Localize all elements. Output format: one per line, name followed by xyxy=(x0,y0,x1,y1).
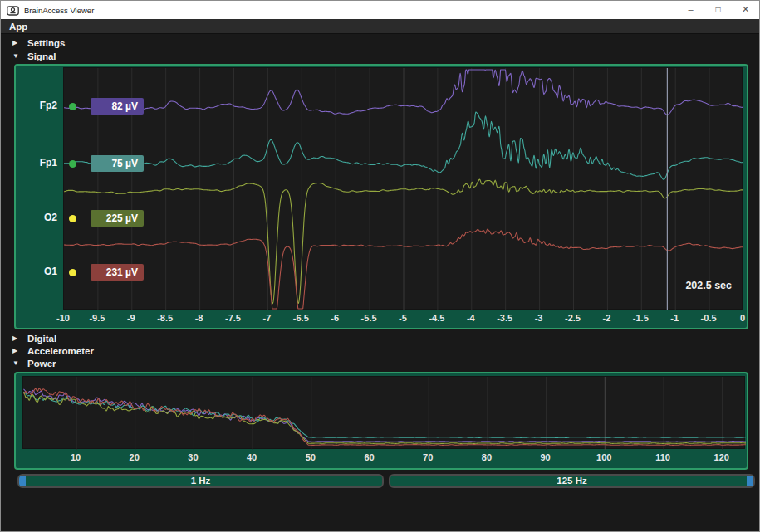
time-axis-tick: -9.5 xyxy=(89,313,105,323)
time-axis-tick: -3.5 xyxy=(497,313,512,323)
title-bar[interactable]: BrainAccess Viewer – □ ✕ xyxy=(1,1,759,19)
close-button[interactable]: ✕ xyxy=(732,1,759,19)
power-frequency-axis: 102030405060708090100110120 xyxy=(16,452,747,466)
frequency-axis-tick: 70 xyxy=(423,452,433,462)
channel-amplitude-badge: 82 µV xyxy=(91,98,144,115)
time-axis-tick: -5 xyxy=(399,313,407,323)
maximize-button[interactable]: □ xyxy=(704,1,732,19)
collapse-arrow-icon: ▶ xyxy=(12,39,22,46)
time-axis-tick: -6.5 xyxy=(293,313,309,323)
low-cutoff-slider[interactable]: 1 Hz xyxy=(17,474,384,488)
time-axis-tick: -8.5 xyxy=(157,313,173,323)
expand-arrow-icon: ▼ xyxy=(12,52,22,60)
time-axis-tick: -5.5 xyxy=(361,313,377,323)
frequency-axis-tick: 20 xyxy=(130,452,140,462)
frequency-axis-tick: 60 xyxy=(364,452,374,462)
time-axis-tick: -4 xyxy=(467,313,475,323)
menu-bar: App xyxy=(1,19,759,34)
power-trace-O1 xyxy=(23,388,746,445)
minimize-button[interactable]: – xyxy=(677,1,704,19)
time-axis-tick: -6 xyxy=(331,313,339,323)
window-title: BrainAccess Viewer xyxy=(24,6,94,15)
channel-amplitude-badge: 75 µV xyxy=(91,155,144,172)
channel-amplitude-badge: 225 µV xyxy=(91,210,144,227)
time-axis-tick: -8 xyxy=(195,313,203,323)
power-plot[interactable] xyxy=(22,376,745,449)
section-label: Power xyxy=(27,359,56,368)
app-icon xyxy=(7,5,19,16)
section-label: Accelerometer xyxy=(27,346,94,356)
frequency-axis-tick: 120 xyxy=(714,452,729,462)
channel-label-O2: O2 xyxy=(19,212,57,223)
time-axis-tick: 0 xyxy=(740,313,745,323)
channel-amplitude-badge: 231 µV xyxy=(91,264,144,281)
electrode-status-dot xyxy=(69,269,76,276)
elapsed-time-label: 202.5 sec xyxy=(685,280,732,291)
time-axis-tick: -1.5 xyxy=(633,313,649,323)
power-groupbox: 102030405060708090100110120 xyxy=(14,372,748,470)
electrode-status-dot xyxy=(69,215,76,222)
power-trace-O2 xyxy=(23,393,746,444)
time-axis-tick: -2 xyxy=(603,313,611,323)
signal-plot[interactable] xyxy=(63,67,743,310)
frequency-axis-tick: 100 xyxy=(596,452,611,462)
frequency-axis-tick: 10 xyxy=(71,452,81,462)
power-trace-Fp1 xyxy=(23,393,746,438)
app-window: BrainAccess Viewer – □ ✕ App ▶ Settings … xyxy=(0,0,760,532)
section-label: Signal xyxy=(27,51,56,61)
expand-arrow-icon: ▼ xyxy=(12,359,22,367)
time-axis-tick: -7 xyxy=(263,313,272,323)
high-cutoff-slider[interactable]: 125 Hz xyxy=(389,474,755,488)
electrode-status-dot xyxy=(69,160,76,168)
section-header-power[interactable]: ▼ Power xyxy=(12,357,56,369)
frequency-axis-tick: 50 xyxy=(306,452,316,462)
menu-item-app[interactable]: App xyxy=(1,22,36,32)
channel-label-O1: O1 xyxy=(19,266,57,277)
frequency-axis-tick: 90 xyxy=(540,452,550,462)
signal-time-axis: -10-9.5-9-8.5-8-7.5-7-6.5-6-5.5-5-4.5-4-… xyxy=(16,313,747,326)
time-axis-tick: -10 xyxy=(56,313,70,323)
section-header-signal[interactable]: ▼ Signal xyxy=(12,50,56,62)
frequency-axis-tick: 110 xyxy=(655,452,670,462)
window-controls: – □ ✕ xyxy=(677,1,759,19)
section-label: Settings xyxy=(27,38,65,48)
time-axis-tick: -1 xyxy=(670,313,679,323)
high-cutoff-value: 125 Hz xyxy=(557,476,586,486)
collapse-arrow-icon: ▶ xyxy=(12,347,22,354)
collapse-arrow-icon: ▶ xyxy=(12,334,22,342)
electrode-status-dot xyxy=(69,103,76,110)
time-axis-tick: -0.5 xyxy=(701,313,717,323)
frequency-axis-tick: 80 xyxy=(482,452,492,462)
slider-handle[interactable] xyxy=(747,476,753,486)
time-axis-tick: -3 xyxy=(535,313,543,323)
low-cutoff-value: 1 Hz xyxy=(191,476,211,486)
frequency-axis-tick: 40 xyxy=(247,452,257,462)
slider-handle[interactable] xyxy=(19,476,26,486)
time-axis-tick: -7.5 xyxy=(225,313,241,323)
power-trace-Fp2 xyxy=(23,389,746,442)
channel-label-Fp2: Fp2 xyxy=(19,100,57,111)
section-label: Digital xyxy=(27,334,56,344)
content-area: ▶ Settings ▼ Signal Fp282 µVFp175 µVO222… xyxy=(1,34,759,531)
time-axis-tick: -4.5 xyxy=(429,313,444,323)
section-header-settings[interactable]: ▶ Settings xyxy=(12,37,65,49)
section-header-accelerometer[interactable]: ▶ Accelerometer xyxy=(12,344,94,357)
time-axis-tick: -9 xyxy=(127,313,135,323)
frequency-axis-tick: 30 xyxy=(188,452,198,462)
time-axis-tick: -2.5 xyxy=(565,313,581,323)
channel-label-Fp1: Fp1 xyxy=(19,157,57,168)
section-header-digital[interactable]: ▶ Digital xyxy=(12,332,56,344)
signal-groupbox: Fp282 µVFp175 µVO2225 µVO1231 µV -10-9.5… xyxy=(14,64,748,329)
